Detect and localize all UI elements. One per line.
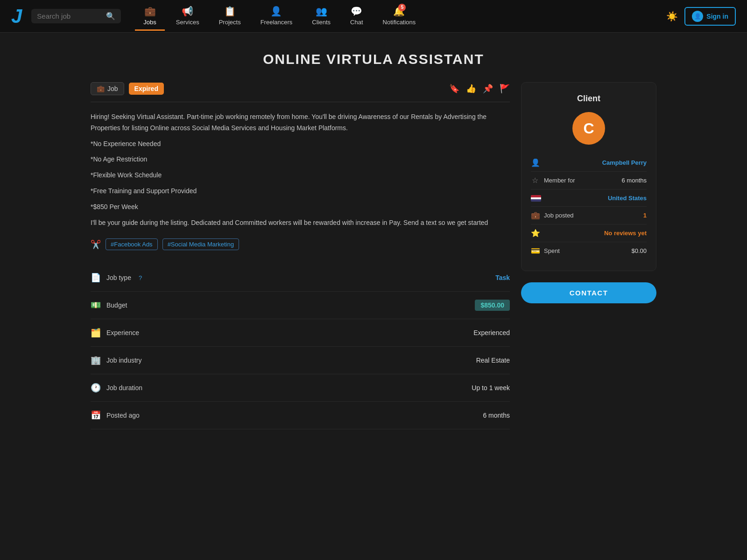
- nav-item-clients[interactable]: 👥 Clients: [303, 2, 339, 31]
- freelancers-icon: 👤: [270, 6, 282, 17]
- client-member-left: ☆ Member for: [531, 176, 575, 185]
- experience-value: Experienced: [473, 329, 510, 336]
- detail-row-posted: 📅 Posted ago 6 months: [91, 402, 510, 429]
- question-icon[interactable]: ?: [139, 274, 142, 281]
- jobtype-value: Task: [495, 274, 510, 281]
- detail-row-industry: 🏢 Job industry Real Estate: [91, 347, 510, 374]
- client-jobposted-left: 💼 Job posted: [531, 211, 574, 220]
- client-info-spent: 💳 Spent $0.00: [531, 242, 647, 259]
- jobs-label: Jobs: [143, 19, 156, 26]
- job-tag-label: Job: [107, 85, 118, 92]
- member-label: Member for: [544, 177, 575, 184]
- contact-button[interactable]: CONTACT: [521, 282, 656, 303]
- nav-item-projects[interactable]: 📋 Projects: [211, 2, 249, 31]
- duration-value: Up to 1 week: [472, 384, 510, 392]
- desc-4: *Flexible Work Schedule: [91, 170, 510, 181]
- briefcase-client-icon: 💼: [531, 211, 539, 220]
- nav-item-freelancers[interactable]: 👤 Freelancers: [252, 2, 301, 31]
- reviews-value: No reviews yet: [604, 230, 647, 237]
- job-header: 💼 Job Expired 🔖 👍 📌 🚩: [91, 82, 510, 102]
- clients-label: Clients: [312, 19, 331, 26]
- job-tags: 💼 Job Expired: [91, 82, 164, 95]
- navbar: J 🔍 💼 Jobs 📢 Services 📋 Projects 👤 Freel…: [0, 0, 747, 33]
- job-layout: 💼 Job Expired 🔖 👍 📌 🚩 Hiring! Seeking Vi…: [91, 82, 656, 429]
- skill-social-media[interactable]: #Social Media Marketing: [162, 238, 239, 250]
- industry-label: Job industry: [106, 357, 141, 364]
- detail-left-experience: 🗂️ Experience: [91, 328, 139, 338]
- spent-value: $0.00: [631, 247, 647, 254]
- nav-item-notifications[interactable]: 🔔 5 Notifications: [374, 2, 424, 31]
- projects-label: Projects: [219, 19, 241, 26]
- detail-left-job-type: 📄 Job type ?: [91, 273, 142, 283]
- nav-right: ☀️ 👤 Sign in: [666, 7, 736, 26]
- budget-badge: $850.00: [475, 300, 510, 311]
- star-reviews-icon: ⭐: [531, 229, 539, 238]
- like-icon[interactable]: 👍: [466, 84, 476, 94]
- detail-left-industry: 🏢 Job industry: [91, 355, 141, 365]
- posted-icon: 📅: [91, 410, 101, 420]
- spent-label: Spent: [544, 247, 560, 254]
- search-input[interactable]: [37, 12, 102, 20]
- nav-items: 💼 Jobs 📢 Services 📋 Projects 👤 Freelance…: [135, 2, 666, 31]
- client-info-name: 👤 Campbell Perry: [531, 154, 647, 172]
- posted-value: 6 months: [483, 412, 510, 419]
- experience-icon: 🗂️: [91, 328, 101, 338]
- flag-icon[interactable]: 🚩: [500, 84, 510, 94]
- person-icon: 👤: [531, 158, 539, 167]
- detail-row-budget: 💵 Budget $850.00: [91, 292, 510, 319]
- client-info-member: ☆ Member for 6 months: [531, 172, 647, 189]
- star-icon: ☆: [531, 176, 539, 185]
- nav-item-chat[interactable]: 💬 Chat: [342, 2, 371, 31]
- theme-toggle-icon[interactable]: ☀️: [666, 11, 678, 22]
- services-label: Services: [176, 19, 199, 26]
- desc-2: *No Experience Needed: [91, 139, 510, 150]
- duration-label: Job duration: [106, 384, 142, 392]
- job-posted-value: 1: [643, 212, 647, 219]
- posted-label: Posted ago: [106, 412, 140, 419]
- detail-left-duration: 🕐 Job duration: [91, 383, 142, 393]
- pin-icon[interactable]: 📌: [483, 84, 493, 94]
- notification-badge: 5: [398, 4, 406, 11]
- desc-3: *No Age Restriction: [91, 154, 510, 165]
- clients-icon: 👥: [316, 6, 327, 17]
- user-avatar-icon: 👤: [692, 11, 703, 22]
- industry-icon: 🏢: [91, 355, 101, 365]
- member-value: 6 months: [622, 177, 647, 184]
- client-country-link[interactable]: United States: [608, 195, 647, 202]
- desc-6: *$850 Per Week: [91, 202, 510, 213]
- desc-1: Hiring! Seeking Virtual Assistant. Part-…: [91, 112, 510, 134]
- client-info-country: United States: [531, 189, 647, 207]
- brand-logo[interactable]: J: [11, 7, 22, 26]
- page-content: ONLINE VIRTULA ASSISTANT 💼 Job Expired 🔖…: [79, 33, 668, 448]
- skill-facebook-ads[interactable]: #Facebook Ads: [106, 238, 158, 250]
- search-bar[interactable]: 🔍: [31, 9, 121, 23]
- client-info-job-posted: 💼 Job posted 1: [531, 207, 647, 224]
- nav-item-services[interactable]: 📢 Services: [168, 2, 208, 31]
- jobtype-label: Job type: [106, 274, 131, 281]
- client-name-link[interactable]: Campbell Perry: [602, 159, 647, 166]
- jobs-icon: 💼: [144, 6, 156, 17]
- client-name-left: 👤: [531, 158, 539, 167]
- detail-left-posted: 📅 Posted ago: [91, 410, 140, 420]
- sign-in-label: Sign in: [706, 13, 728, 20]
- desc-5: *Free Training and Support Provided: [91, 186, 510, 197]
- job-posted-label: Job posted: [544, 212, 574, 219]
- briefcase-icon: 💼: [97, 85, 105, 92]
- bookmark-icon[interactable]: 🔖: [449, 84, 459, 94]
- client-reviews-left: ⭐: [531, 229, 539, 238]
- spent-icon: 💳: [531, 246, 539, 255]
- desc-7: I'll be your guide during the listing. D…: [91, 217, 510, 229]
- skills-row: ✂️ #Facebook Ads #Social Media Marketing: [91, 238, 510, 250]
- budget-icon: 💵: [91, 300, 101, 310]
- nav-item-jobs[interactable]: 💼 Jobs: [135, 2, 164, 31]
- chat-icon: 💬: [351, 6, 362, 17]
- job-details: 📄 Job type ? Task 💵 Budget $850.00: [91, 264, 510, 429]
- client-info-reviews: ⭐ No reviews yet: [531, 224, 647, 242]
- notifications-label: Notifications: [383, 19, 416, 26]
- detail-row-duration: 🕐 Job duration Up to 1 week: [91, 374, 510, 402]
- sign-in-button[interactable]: 👤 Sign in: [684, 7, 736, 26]
- client-card: Client C 👤 Campbell Perry ☆ Member for 6…: [521, 82, 656, 271]
- budget-label: Budget: [106, 301, 127, 309]
- client-avatar: C: [572, 112, 605, 145]
- page-title: ONLINE VIRTULA ASSISTANT: [91, 51, 656, 67]
